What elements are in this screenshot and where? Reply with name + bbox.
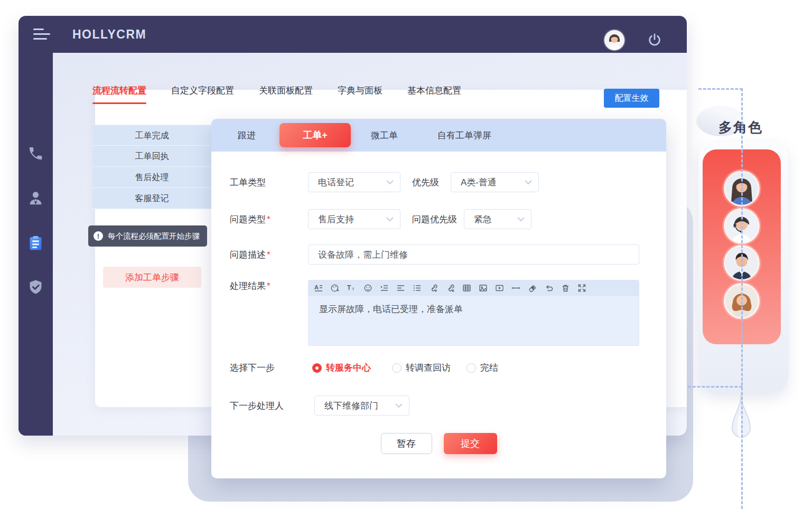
user-avatar[interactable] [604,30,624,50]
menu-icon[interactable] [33,29,52,41]
apply-config-button[interactable]: 配置生效 [604,89,659,108]
svg-text:T: T [347,284,351,291]
issue-type-select[interactable]: 售后支持 [308,209,400,229]
list-item[interactable]: 工单完成 [92,125,211,146]
result-textarea[interactable]: 显示屏故障，电话已受理，准备派单 [309,296,639,346]
radio-option[interactable]: 完结 [466,362,498,374]
save-draft-button[interactable]: 暂存 [381,433,432,454]
issue-priority-select[interactable]: 紧急 [464,209,531,229]
field-label: 处理结果* [230,280,308,292]
radio-label: 完结 [480,362,498,374]
radio-checked-icon[interactable] [312,363,322,373]
select-value: 线下维修部门 [324,400,378,412]
multi-role-label: 多角色 [718,118,763,137]
font-size-icon[interactable]: TT [347,284,356,293]
svg-text:T: T [352,287,354,291]
editor-toolbar: A TT [309,280,639,296]
chevron-down-icon [386,180,394,185]
dashed-line [741,88,743,509]
tab-workorder-active[interactable]: 工单+ [279,123,351,147]
field-label: 问题优先级 [412,213,457,225]
tab-own-popup[interactable]: 自有工单弹屏 [437,129,491,142]
radio-icon[interactable] [392,363,402,373]
chevron-down-icon [517,217,525,222]
sidebar [18,53,53,436]
workflow-step-list: 工单完成 工单回执 售后处理 客服登记 [92,125,211,209]
select-value: 售后支持 [318,213,354,225]
add-step-button[interactable]: 添加工单步骤 [103,267,201,288]
submit-button[interactable]: 提交 [444,433,497,454]
result-editor: A TT 显示屏故障，电话已受理，准备派单 [308,280,639,346]
list-item[interactable]: 售后处理 [92,167,211,188]
align-icon[interactable] [396,284,405,293]
radio-option[interactable]: 转服务中心 [312,362,371,374]
tab-micro-workorder[interactable]: 微工单 [371,129,398,142]
workorder-modal: 跟进 工单+ 微工单 自有工单弹屏 工单类型 电话登记 优先级 A类-普通 问题… [211,119,666,478]
palette-icon[interactable] [330,284,339,293]
power-icon[interactable] [647,33,662,48]
emoji-icon[interactable] [363,284,372,293]
warning-tooltip: ! 每个流程必须配置开始步骤 [88,225,207,247]
tab-process-flow[interactable]: 流程流转配置 [92,84,146,104]
field-label: 下一步处理人 [230,400,314,412]
radio-option[interactable]: 转调查回访 [392,362,451,374]
tab-basic-info[interactable]: 基本信息配置 [407,84,461,104]
dashed-line [688,386,742,388]
app-header: HOLLYCRM [18,16,687,53]
indent-icon[interactable] [380,284,389,293]
select-value: A类-普通 [461,176,497,188]
eraser-icon[interactable] [528,284,537,293]
tooltip-text: 每个流程必须配置开始步骤 [108,231,200,241]
tab-follow-up[interactable]: 跟进 [238,129,256,142]
tab-dictionary-panel[interactable]: 字典与面板 [338,84,382,104]
remove-link-icon[interactable] [446,284,455,293]
screen: HOLLYCRM [0,0,812,509]
workorder-icon[interactable] [27,235,44,251]
next-handler-select[interactable]: 线下维修部门 [314,395,409,416]
fullscreen-icon[interactable] [577,284,586,293]
horizontal-rule-icon[interactable] [511,284,520,293]
config-tabs: 流程流转配置 自定义字段配置 关联面板配置 字典与面板 基本信息配置 [92,84,461,104]
image-icon[interactable] [479,284,488,293]
field-label: 问题类型* [230,213,308,225]
brand-logo: HOLLYCRM [72,27,146,42]
field-label: 选择下一步 [230,362,308,374]
undo-icon[interactable] [545,284,554,293]
list-item[interactable]: 工单回执 [92,146,211,167]
chevron-down-icon [395,403,403,408]
issue-description-input[interactable] [308,244,639,265]
workorder-type-select[interactable]: 电话登记 [308,172,400,192]
contacts-icon[interactable] [27,190,44,206]
radio-icon[interactable] [466,363,476,373]
field-label: 工单类型 [230,176,308,188]
video-icon[interactable] [495,284,504,293]
phone-icon[interactable] [27,145,44,162]
list-item[interactable]: 客服登记 [92,188,211,209]
table-icon[interactable] [462,284,471,293]
select-value: 电话登记 [318,176,354,188]
delete-icon[interactable] [561,284,570,293]
select-value: 紧急 [474,213,492,225]
field-label: 问题描述* [230,249,308,261]
field-label: 优先级 [412,176,439,188]
exclamation-icon: ! [94,231,103,241]
text-style-icon[interactable]: A [314,284,323,293]
chevron-down-icon [386,217,394,222]
svg-text:A: A [314,284,319,290]
dashed-line [698,88,743,90]
tab-linked-panel[interactable]: 关联面板配置 [259,84,313,104]
radio-label: 转调查回访 [406,362,451,374]
security-icon[interactable] [27,279,44,295]
priority-select[interactable]: A类-普通 [451,172,539,192]
list-icon[interactable] [413,284,422,293]
chevron-down-icon [525,180,532,185]
tab-custom-fields[interactable]: 自定义字段配置 [171,84,234,104]
modal-tabbar: 跟进 工单+ 微工单 自有工单弹屏 [211,119,666,152]
add-link-icon[interactable] [429,284,438,293]
multi-role-card [698,142,788,393]
radio-label: 转服务中心 [326,362,371,374]
